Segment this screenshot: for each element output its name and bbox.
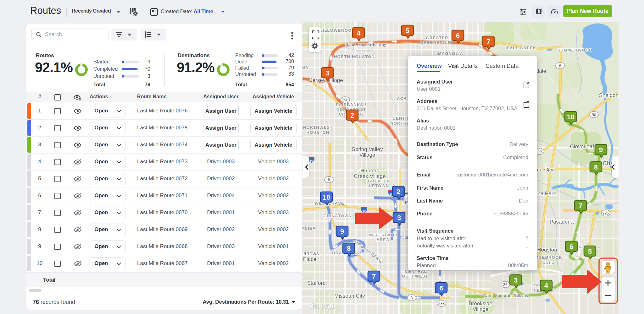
svg-text:10: 10 <box>323 193 330 201</box>
svg-text:Sheldon: Sheldon <box>599 92 619 98</box>
svg-text:Pasadena: Pasadena <box>550 219 574 225</box>
svg-text:Stafford: Stafford <box>307 280 325 286</box>
svg-text:DGEBROOK: DGEBROOK <box>535 255 562 260</box>
svg-text:UPTOWN: UPTOWN <box>369 183 389 188</box>
svg-text:HOUSTON: HOUSTON <box>306 130 329 135</box>
svg-text:9: 9 <box>340 228 344 236</box>
svg-text:90: 90 <box>537 149 542 154</box>
svg-text:10: 10 <box>567 113 575 121</box>
svg-text:Village: Village <box>359 152 375 158</box>
svg-text:Hunters: Hunters <box>360 168 379 174</box>
svg-text:6: 6 <box>439 284 443 292</box>
svg-text:69: 69 <box>363 209 366 212</box>
svg-text:8: 8 <box>559 64 561 68</box>
svg-text:8: 8 <box>411 296 413 300</box>
svg-text:225: 225 <box>602 211 609 215</box>
svg-text:3: 3 <box>514 276 518 284</box>
svg-text:Google: Google <box>311 302 336 310</box>
svg-text:Spring Valley: Spring Valley <box>352 146 383 152</box>
svg-text:2: 2 <box>350 111 354 119</box>
svg-text:CENTR: CENTR <box>393 116 409 121</box>
svg-text:10: 10 <box>310 159 313 162</box>
svg-text:eadows: eadows <box>303 251 319 257</box>
svg-text:5: 5 <box>588 247 592 255</box>
svg-text:3: 3 <box>325 69 329 77</box>
svg-text:7: 7 <box>579 202 582 210</box>
svg-text:WILLOWBROOK: WILLOWBROOK <box>319 28 355 33</box>
svg-text:Village: Village <box>473 306 489 312</box>
svg-text:Creek Village: Creek Village <box>354 173 386 179</box>
svg-text:dale: dale <box>536 68 546 74</box>
svg-text:Houston: Houston <box>537 247 557 253</box>
svg-text:AREA: AREA <box>376 237 390 242</box>
svg-text:3: 3 <box>397 214 401 222</box>
svg-text:6: 6 <box>569 243 573 251</box>
svg-text:Brookside: Brookside <box>469 300 492 306</box>
svg-text:FALL CREEK: FALL CREEK <box>507 46 536 50</box>
svg-text:nto City: nto City <box>535 167 553 173</box>
svg-text:ALIEF: ALIEF <box>303 226 315 231</box>
svg-text:GREENSPOINT: GREENSPOINT <box>420 40 454 45</box>
svg-text:290: 290 <box>342 98 348 102</box>
svg-text:FAIRBANKS /: FAIRBANKS / <box>336 102 366 107</box>
svg-text:ena Park: ena Park <box>535 191 556 197</box>
svg-text:8: 8 <box>594 163 598 171</box>
svg-text:8: 8 <box>347 245 351 252</box>
svg-text:6: 6 <box>456 32 460 40</box>
svg-text:8: 8 <box>328 178 330 182</box>
svg-text:AREA: AREA <box>542 261 555 265</box>
svg-text:90: 90 <box>592 113 596 117</box>
svg-text:NORTHWEST: NORTHWEST <box>303 125 333 130</box>
svg-text:Sam Houston Tollway: Sam Houston Tollway <box>483 293 528 298</box>
svg-text:Sam Houston Tollway: Sam Houston Tollway <box>345 42 386 47</box>
svg-text:GREATER: GREATER <box>368 179 390 183</box>
svg-text:ACR: ACR <box>397 96 407 101</box>
svg-text:7: 7 <box>372 273 376 280</box>
svg-text:NORTH HOUSTON: NORTH HOUSTON <box>334 54 375 59</box>
svg-text:5: 5 <box>406 27 409 35</box>
svg-text:GREATER: GREATER <box>426 35 448 40</box>
svg-text:CHINATOWN: CHINATOWN <box>324 214 352 218</box>
svg-text:Place: Place <box>303 256 317 262</box>
svg-text:7: 7 <box>486 38 490 46</box>
svg-text:4: 4 <box>357 29 361 37</box>
svg-text:SUMMERWOOD: SUMMERWOOD <box>557 48 592 52</box>
svg-text:9: 9 <box>599 146 603 154</box>
svg-text:4: 4 <box>544 282 548 290</box>
svg-text:Cloverleaf: Cloverleaf <box>570 143 594 149</box>
svg-text:Missouri City: Missouri City <box>334 293 365 299</box>
svg-text:2: 2 <box>397 188 400 196</box>
svg-text:288: 288 <box>438 301 445 306</box>
svg-text:MAGNOLIA: MAGNOLIA <box>438 51 463 56</box>
svg-text:MEYERLAND: MEYERLAND <box>368 233 397 237</box>
svg-text:35: 35 <box>503 283 508 287</box>
svg-text:OUTHWEST: OUTHWEST <box>402 274 428 279</box>
svg-text:MA: MA <box>303 65 308 70</box>
